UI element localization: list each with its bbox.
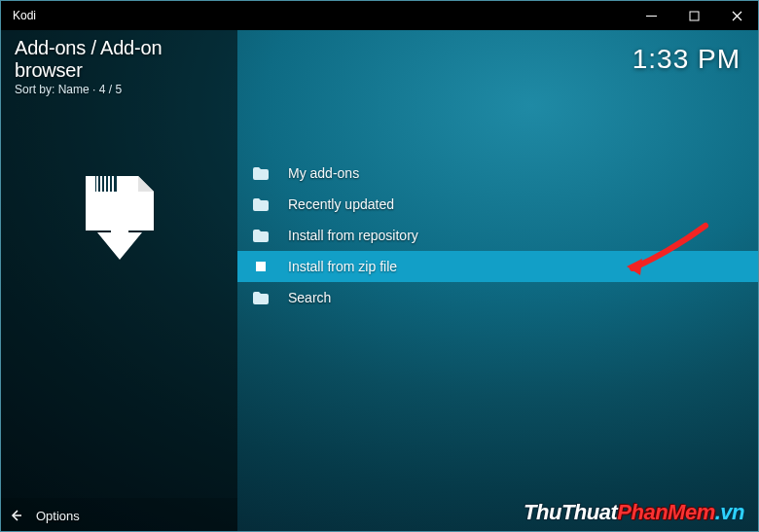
sort-line[interactable]: Sort by: Name · 4 / 5 xyxy=(15,83,224,96)
clock: 1:33 PM xyxy=(632,44,741,75)
watermark-part1: ThuThuat xyxy=(524,500,617,524)
file-icon xyxy=(253,260,269,273)
menu-item-recently-updated[interactable]: Recently updated xyxy=(237,189,758,220)
window-titlebar: Kodi xyxy=(1,1,758,30)
options-bar[interactable]: Options xyxy=(1,498,237,532)
addon-browser-icon xyxy=(66,164,173,271)
sort-label: Sort by: xyxy=(15,83,54,96)
sort-value: Name xyxy=(58,83,90,96)
sort-sep: · xyxy=(92,83,99,96)
menu-item-label: Search xyxy=(288,290,331,305)
side-header: Add-ons / Add-on browser Sort by: Name ·… xyxy=(1,30,237,96)
side-panel: Add-ons / Add-on browser Sort by: Name ·… xyxy=(1,30,237,532)
folder-icon xyxy=(253,291,269,304)
folder-icon xyxy=(253,166,269,180)
breadcrumb: Add-ons / Add-on browser xyxy=(15,37,224,82)
maximize-button[interactable] xyxy=(672,1,715,30)
workspace: Add-ons / Add-on browser Sort by: Name ·… xyxy=(1,30,758,532)
maximize-icon xyxy=(689,11,700,21)
list-position: 4 / 5 xyxy=(99,83,122,96)
menu-item-my-add-ons[interactable]: My add-ons xyxy=(237,158,758,189)
close-icon xyxy=(732,11,742,21)
app-title: Kodi xyxy=(13,9,36,22)
menu-item-label: Install from repository xyxy=(288,228,418,243)
watermark-part2: PhanMem xyxy=(617,500,714,524)
minimize-icon xyxy=(646,11,657,21)
close-button[interactable] xyxy=(715,1,758,30)
menu-item-label: My add-ons xyxy=(288,165,359,181)
folder-icon xyxy=(253,197,269,211)
svg-rect-0 xyxy=(690,12,699,20)
menu-item-install-from-zip-file[interactable]: Install from zip file xyxy=(237,251,758,282)
watermark-part3: .vn xyxy=(715,500,744,524)
options-arrow-icon xyxy=(11,510,22,521)
svg-rect-2 xyxy=(256,262,266,271)
addon-menu-list: My add-onsRecently updatedInstall from r… xyxy=(237,158,758,313)
folder-icon xyxy=(253,229,269,242)
minimize-button[interactable] xyxy=(630,1,672,30)
watermark: ThuThuatPhanMem.vn xyxy=(524,500,744,525)
content-pane: 1:33 PM My add-onsRecently updatedInstal… xyxy=(237,30,758,532)
menu-item-search[interactable]: Search xyxy=(237,282,758,313)
options-label: Options xyxy=(36,509,80,523)
window-controls xyxy=(630,1,758,30)
menu-item-install-from-repository[interactable]: Install from repository xyxy=(237,220,758,251)
menu-item-label: Recently updated xyxy=(288,196,394,212)
menu-item-label: Install from zip file xyxy=(288,259,397,274)
